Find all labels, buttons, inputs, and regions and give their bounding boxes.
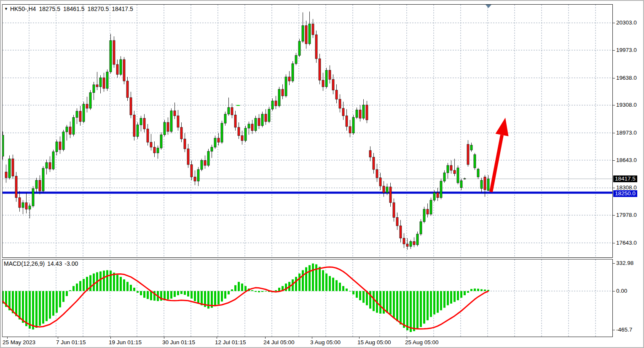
price-axis-label: 18643.0 — [616, 157, 637, 164]
time-axis-label: 19 Jun 01:15 — [109, 339, 142, 345]
symbol-period-label: HK50-,H4 — [10, 5, 36, 12]
chart-ohlc-header: ▼HK50-,H418275.518461.518270.518417.5 — [4, 5, 133, 12]
time-axis-tick — [7, 337, 8, 339]
macd-signal-value: -3.00 — [64, 260, 78, 267]
macd-axis-label-tick — [613, 263, 615, 264]
price-axis-label: 17978.0 — [616, 212, 637, 219]
price-axis-label-tick — [613, 78, 615, 78]
time-axis-label: 15 Aug 05:00 — [357, 339, 391, 345]
candlestick-chart-canvas — [3, 5, 612, 257]
time-axis-tick — [407, 337, 407, 339]
time-axis-tick — [110, 337, 111, 339]
price-axis-label-tick — [613, 243, 615, 243]
scroll-position-marker-icon[interactable] — [486, 5, 491, 8]
macd-gridlines — [3, 259, 612, 337]
time-axis-label: 25 Aug 05:00 — [405, 339, 439, 345]
price-axis-label-tick — [613, 188, 615, 188]
support-line-price-label: 18250.0 — [613, 190, 637, 197]
bar-low-value: 18270.5 — [88, 5, 109, 12]
time-axis-label: 3 Aug 05:00 — [310, 339, 341, 345]
bar-close-value: 18417.5 — [112, 5, 133, 12]
price-axis-label-tick — [613, 105, 615, 105]
time-axis-tick — [359, 337, 360, 339]
macd-axis-label-tick — [613, 330, 615, 330]
macd-chart-canvas — [3, 259, 612, 337]
price-axis-label-tick — [613, 215, 615, 216]
price-gridlines — [3, 5, 612, 257]
macd-indicator-label: MACD(12,26,9)14.43-3.00 — [4, 260, 78, 267]
price-axis-label-tick — [613, 23, 615, 23]
bar-open-value: 18275.5 — [39, 5, 60, 12]
macd-axis-label: 0.00 — [616, 288, 627, 294]
mt4-chart-window: ▼HK50-,H418275.518461.518270.518417.5 MA… — [0, 0, 644, 348]
price-axis-label: 19308.0 — [616, 102, 637, 108]
macd-histogram — [3, 264, 489, 332]
macd-value: 14.43 — [47, 260, 62, 267]
macd-panel[interactable] — [2, 259, 613, 337]
price-axis-label: 19973.0 — [616, 47, 637, 54]
time-axis-tick — [164, 337, 164, 339]
macd-axis-label: 332.98 — [616, 260, 633, 267]
symbol-dropdown-triangle-icon[interactable]: ▼ — [4, 7, 8, 11]
time-axis-tick — [265, 337, 266, 339]
macd-axis-label-tick — [613, 291, 615, 291]
price-axis-label-tick — [613, 160, 615, 161]
price-axis-label: 20303.0 — [616, 19, 637, 26]
price-axis-label: 17643.0 — [616, 240, 637, 246]
time-axis-label: 30 Jun 01:15 — [162, 339, 195, 345]
price-axis-label-tick — [613, 133, 615, 133]
price-axis-label: 18973.0 — [616, 129, 637, 136]
price-axis[interactable]: 20303.019973.019638.019308.018973.018643… — [613, 4, 644, 337]
time-axis[interactable]: 25 May 20237 Jun 01:1519 Jun 01:1530 Jun… — [1, 337, 643, 347]
candles — [3, 11, 489, 250]
macd-axis-label: -465.7 — [616, 326, 632, 333]
time-axis-tick — [58, 337, 58, 339]
trend-arrow-annotation[interactable] — [491, 118, 509, 192]
price-axis-label-tick — [613, 50, 615, 51]
macd-name: MACD(12,26,9) — [4, 260, 45, 267]
time-axis-label: 24 Jul 05:00 — [263, 339, 295, 345]
current-price-label: 18417.5 — [613, 175, 637, 182]
macd-signal-line — [3, 267, 488, 329]
time-axis-tick — [217, 337, 217, 339]
time-axis-label: 12 Jul 01:15 — [215, 339, 246, 345]
dash-marker — [236, 105, 240, 106]
price-chart-panel[interactable] — [2, 4, 613, 258]
price-axis-label: 19638.0 — [616, 75, 637, 81]
time-axis-label: 25 May 2023 — [3, 339, 35, 345]
bar-high-value: 18461.5 — [63, 5, 85, 12]
time-axis-label: 7 Jun 01:15 — [56, 339, 86, 345]
time-axis-tick — [312, 337, 312, 339]
